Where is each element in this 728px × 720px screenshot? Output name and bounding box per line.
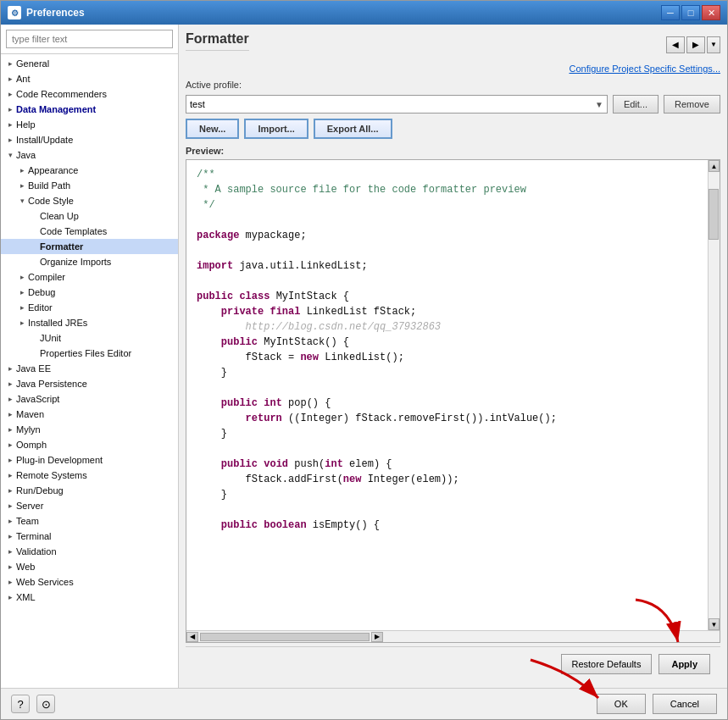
tree-label-terminal: Terminal [16,531,52,541]
vertical-scrollbar[interactable]: ▲ ▼ [708,160,720,630]
tree-arrow-properties-files-editor [28,347,40,359]
tree-label-oomph: Oomph [16,440,47,450]
import-button[interactable]: Import... [244,119,308,139]
panel-title: Formatter [186,31,249,51]
code-line: /** [197,167,709,182]
profile-select-area: test ▼ Edit... Remove [186,95,720,114]
forward-button[interactable]: ▶ [686,36,705,53]
tree-item-debug[interactable]: Debug [1,285,178,300]
tree-item-java-ee[interactable]: Java EE [1,361,178,376]
code-line: package mypackage; [197,228,709,243]
maximize-button[interactable]: □ [681,5,700,20]
code-line [197,243,709,258]
tree-item-appearance[interactable]: Appearance [1,163,178,178]
scroll-right[interactable]: ▶ [371,632,383,642]
tree-item-install-update[interactable]: Install/Update [1,132,178,147]
cancel-button[interactable]: Cancel [653,694,717,714]
tree-item-installed-jres[interactable]: Installed JREs [1,315,178,330]
footer-right: OK Cancel [55,694,717,714]
tree-arrow-remote-systems [4,469,16,481]
tree-item-code-style[interactable]: Code Style [1,193,178,208]
new-button[interactable]: New... [186,119,239,139]
tree-arrow-organize-imports [28,256,40,268]
tree-arrow-validation [4,546,16,557]
tree-item-help[interactable]: Help [1,117,178,132]
tree: GeneralAntCode RecommendersData Manageme… [1,54,178,688]
tree-arrow-java-persistence [4,378,16,390]
export-all-button[interactable]: Export All... [314,119,392,139]
tree-item-formatter[interactable]: Formatter [1,239,178,254]
code-line: public class MyIntStack { [197,289,709,304]
title-bar: ⚙ Preferences ─ □ ✕ [1,1,727,25]
tree-item-code-recommenders[interactable]: Code Recommenders [1,86,178,102]
tree-arrow-plug-in-development [4,454,16,466]
preferences-icon[interactable]: ⊙ [36,695,55,713]
horizontal-scrollbar[interactable]: ◀ ▶ [186,630,720,642]
help-icon[interactable]: ? [11,695,30,713]
restore-defaults-button[interactable]: Restore Defaults [561,654,653,674]
edit-button[interactable]: Edit... [613,95,659,114]
nav-dropdown-button[interactable]: ▼ [707,36,720,53]
tree-item-properties-files-editor[interactable]: Properties Files Editor [1,346,178,361]
scroll-thumb[interactable] [709,189,719,240]
tree-item-remote-systems[interactable]: Remote Systems [1,468,178,483]
tree-item-compiler[interactable]: Compiler [1,269,178,285]
preview-label: Preview: [186,146,720,156]
back-button[interactable]: ◀ [666,36,685,53]
tree-arrow-run-debug [4,485,16,496]
tree-label-code-templates: Code Templates [40,226,107,236]
code-line: fStack.addFirst(new Integer(elem)); [197,472,709,487]
tree-item-plug-in-development[interactable]: Plug-in Development [1,452,178,468]
scroll-left[interactable]: ◀ [186,632,198,642]
remove-button[interactable]: Remove [664,95,720,114]
h-scroll-thumb[interactable] [200,633,370,641]
tree-item-junit[interactable]: JUnit [1,330,178,346]
tree-arrow-compiler [16,271,28,283]
configure-project-link[interactable]: Configure Project Specific Settings... [569,64,720,74]
tree-item-maven[interactable]: Maven [1,407,178,422]
tree-item-validation[interactable]: Validation [1,544,178,559]
tree-item-server[interactable]: Server [1,498,178,513]
code-line: */ [197,197,709,213]
tree-label-code-style: Code Style [28,196,74,206]
tree-item-oomph[interactable]: Oomph [1,437,178,452]
scroll-track[interactable] [709,172,720,618]
tree-item-general[interactable]: General [1,56,178,71]
code-line: * A sample source file for the code form… [197,182,709,197]
tree-arrow-installed-jres [16,317,28,329]
tree-item-build-path[interactable]: Build Path [1,178,178,193]
tree-item-web-services[interactable]: Web Services [1,574,178,590]
tree-item-ant[interactable]: Ant [1,71,178,86]
tree-item-organize-imports[interactable]: Organize Imports [1,254,178,269]
apply-button[interactable]: Apply [659,654,710,674]
tree-label-junit: JUnit [40,333,61,343]
preview-scroll[interactable]: /** * A sample source file for the code … [186,160,720,630]
tree-arrow-terminal [4,530,16,542]
profile-dropdown[interactable]: test ▼ [186,95,608,114]
tree-item-editor[interactable]: Editor [1,300,178,315]
minimize-button[interactable]: ─ [661,5,680,20]
tree-label-remote-systems: Remote Systems [16,470,87,480]
tree-item-java[interactable]: Java [1,147,178,163]
tree-label-web-services: Web Services [16,577,74,587]
scroll-up[interactable]: ▲ [709,160,720,172]
tree-item-mylyn[interactable]: Mylyn [1,422,178,437]
tree-item-clean-up[interactable]: Clean Up [1,208,178,224]
tree-item-team[interactable]: Team [1,513,178,529]
close-button[interactable]: ✕ [702,5,720,20]
tree-label-clean-up: Clean Up [40,211,79,221]
tree-item-javascript[interactable]: JavaScript [1,391,178,407]
dropdown-arrow: ▼ [595,100,603,109]
tree-item-data-management[interactable]: Data Management [1,102,178,117]
ok-button[interactable]: OK [597,694,646,714]
tree-item-web[interactable]: Web [1,559,178,574]
tree-item-xml[interactable]: XML [1,590,178,605]
tree-item-run-debug[interactable]: Run/Debug [1,483,178,498]
tree-item-java-persistence[interactable]: Java Persistence [1,376,178,391]
filter-input[interactable] [6,30,173,48]
bottom-section: Restore Defaults Apply [186,646,720,681]
tree-item-terminal[interactable]: Terminal [1,529,178,544]
tree-item-code-templates[interactable]: Code Templates [1,224,178,239]
scroll-down[interactable]: ▼ [709,618,720,630]
tree-arrow-general [4,58,16,69]
